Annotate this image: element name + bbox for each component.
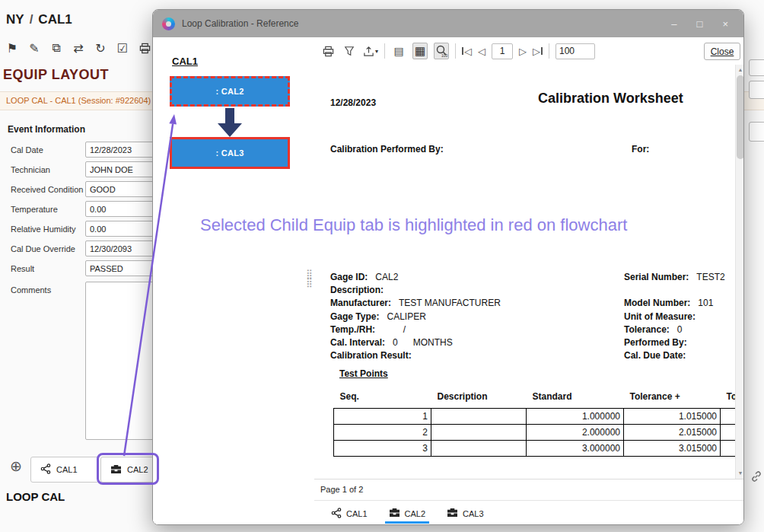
page-number-input[interactable]	[492, 43, 513, 59]
detail-label: Cal. Due Date:	[624, 350, 686, 361]
flowchart-node-cal3[interactable]: : CAL3	[170, 137, 290, 169]
table-header-row: Seq. Description Standard Tolerance + To	[334, 390, 736, 409]
page-title: EQUIP LAYOUT	[3, 67, 109, 83]
event-information-title: Event Information	[8, 124, 85, 135]
tab-label: CAL2	[127, 465, 148, 474]
detail-value: /	[383, 324, 406, 335]
cell: 3.015000	[624, 441, 721, 457]
minimize-button[interactable]: –	[671, 18, 676, 30]
detail-row: Gage ID:CAL2	[330, 272, 501, 285]
viewer-tab-cal1[interactable]: CAL1	[331, 501, 368, 525]
detail-label: Gage Type:	[330, 311, 379, 322]
clipped-field[interactable]	[749, 122, 764, 142]
last-page-button[interactable]: ▷	[533, 46, 543, 57]
detail-row: Description:	[330, 285, 501, 298]
detail-label: Manufacturer:	[330, 298, 391, 308]
page-layout-icon[interactable]: ▦	[412, 43, 428, 59]
field-label: Comments	[11, 285, 51, 295]
report-viewer: ▾ ▤ ▦ 100 ◁ ◁ ▷	[314, 37, 744, 525]
document-view-icon[interactable]: ▤	[391, 43, 406, 59]
report-details-right: Serial Number:TEST2 Model Number:101 Uni…	[624, 272, 725, 363]
for-label: For:	[632, 144, 649, 155]
breadcrumb: NY/CAL1	[6, 12, 72, 27]
tab-label: CAL1	[56, 465, 78, 474]
field-label: Received Condition	[11, 185, 83, 194]
equip-tab-cal1[interactable]: CAL1	[30, 457, 99, 483]
flowchart-panel: CAL1 : CAL2 : CAL3	[153, 37, 311, 525]
detail-row: Calibration Result:	[330, 350, 501, 363]
viewer-tab-cal2[interactable]: CAL2	[389, 501, 426, 525]
toolbar-separator	[549, 43, 549, 59]
equip-toolbar: ⚑ ✎ ⧉ ⇄ ↻ ☑	[5, 40, 152, 56]
flag-icon[interactable]: ⚑	[5, 40, 20, 56]
checklist-icon[interactable]: ☑	[115, 40, 130, 56]
add-equipment-icon[interactable]: ⊕	[10, 457, 22, 475]
report-date: 12/28/2023	[330, 97, 376, 108]
field-label: Cal Due Override	[11, 244, 75, 253]
breadcrumb-right[interactable]: CAL1	[38, 12, 72, 27]
cell: 1.015000	[624, 409, 721, 425]
detail-row: Gage Type:CALIPER	[330, 311, 501, 324]
transfer-icon[interactable]: ⇄	[71, 40, 86, 56]
dialog-body: CAL1 : CAL2 : CAL3 ⣿ ⣿	[153, 37, 743, 525]
maximize-button[interactable]: □	[697, 18, 703, 30]
scrollbar-thumb[interactable]	[737, 75, 744, 159]
field-label: Temperature	[11, 205, 58, 214]
breadcrumb-left[interactable]: NY	[6, 12, 24, 27]
screen: NY/CAL1 ⚑ ✎ ⧉ ⇄ ↻ ☑ EQUIP LAYOUT LOOP CA…	[0, 0, 764, 532]
panel-splitter-grip[interactable]: ⣿ ⣿	[306, 270, 313, 287]
column-header: Seq.	[334, 390, 431, 409]
flowchart-root-label[interactable]: CAL1	[172, 56, 198, 67]
last-page-arrow-icon: ▷	[533, 46, 540, 57]
refresh-icon[interactable]: ↻	[93, 40, 108, 56]
flowchart-node-cal2[interactable]: : CAL2	[170, 76, 290, 107]
cell: 2.000000	[527, 425, 624, 441]
detail-value: 0 MONTHS	[393, 337, 453, 348]
copy-icon[interactable]: ⧉	[49, 40, 64, 56]
viewer-tab-cal3[interactable]: CAL3	[447, 501, 484, 525]
report-title: Calibration Worksheet	[538, 91, 683, 107]
dialog-titlebar[interactable]: Loop Calibration - Reference – □ ×	[153, 10, 743, 37]
detail-row: Serial Number:TEST2	[624, 272, 725, 285]
detail-row: Cal. Interval:0 MONTHS	[330, 337, 501, 350]
table-row: 3 3.000000 3.015000	[334, 441, 736, 457]
print-icon[interactable]	[320, 43, 336, 59]
share-icon	[40, 464, 51, 476]
zoom-100-icon[interactable]: 100	[434, 43, 449, 59]
equip-tab-cal2[interactable]: CAL2	[100, 457, 155, 483]
detail-label: Temp./RH:	[330, 324, 375, 335]
zoom-level-input[interactable]	[555, 43, 595, 59]
column-header: Tolerance +	[624, 390, 721, 409]
clipped-field[interactable]	[749, 81, 764, 99]
report-scrollbar[interactable]: ▲ ▼	[735, 65, 744, 479]
first-page-button[interactable]: ◁	[462, 46, 472, 57]
scroll-up-icon[interactable]: ▲	[736, 65, 744, 75]
viewer-tab-bar: CAL1 CAL2 CAL3	[314, 500, 744, 525]
export-icon[interactable]: ▾	[363, 43, 378, 59]
toolbox-icon	[389, 508, 400, 519]
cell	[721, 441, 736, 457]
cell: 2.015000	[624, 425, 721, 441]
next-page-button[interactable]: ▷	[519, 46, 527, 57]
field-label: Relative Humidity	[11, 225, 76, 234]
clipped-field[interactable]	[749, 59, 764, 76]
edit-icon[interactable]: ✎	[27, 40, 42, 56]
table-row: 2 2.000000 2.015000	[334, 425, 736, 441]
link-icon[interactable]	[750, 470, 762, 486]
export-dropdown-caret-icon[interactable]: ▾	[375, 48, 378, 55]
close-window-button[interactable]: ×	[722, 18, 728, 30]
first-page-arrow-icon: ◁	[464, 46, 472, 57]
detail-value: TEST2	[696, 272, 724, 282]
detail-label: Cal. Interval:	[330, 337, 385, 348]
previous-page-button[interactable]: ◁	[478, 46, 485, 57]
breadcrumb-separator: /	[30, 12, 33, 27]
detail-row: Tolerance:0	[624, 324, 725, 337]
window-controls: – □ ×	[671, 18, 728, 30]
print-icon[interactable]	[137, 40, 152, 56]
filter-icon[interactable]	[342, 43, 357, 59]
toolbox-icon	[447, 508, 458, 519]
cell: 1.000000	[527, 409, 624, 425]
scroll-down-icon[interactable]: ▼	[736, 468, 744, 478]
close-button[interactable]: Close	[704, 43, 740, 60]
column-header: Standard	[527, 390, 624, 409]
